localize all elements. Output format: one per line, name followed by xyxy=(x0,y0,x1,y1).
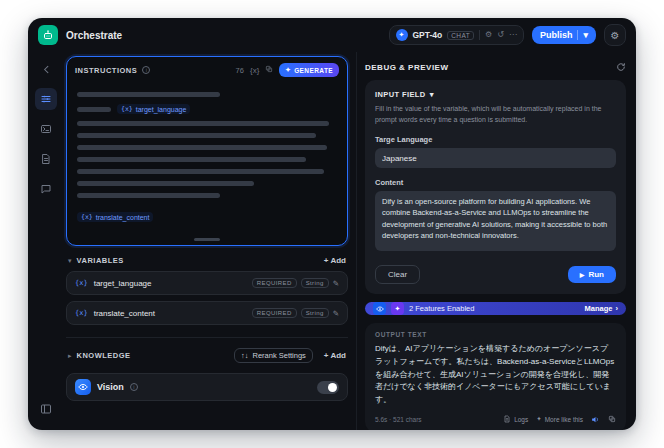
sparkle-icon: ✦ xyxy=(536,415,541,423)
sidebar-item-logs[interactable] xyxy=(35,148,57,170)
toggle-knob xyxy=(328,383,337,392)
variables-title: VARIABLES xyxy=(77,256,124,265)
variable-token-translate-content[interactable]: {x} translate_content xyxy=(77,212,153,222)
speaker-icon[interactable] xyxy=(591,415,600,424)
model-selector[interactable]: ✦ GPT-4o CHAT ⚙ ↺ ⋯ xyxy=(389,25,524,45)
sidebar-item-orchestrate[interactable] xyxy=(35,88,57,110)
features-enabled-text: 2 Features Enabled xyxy=(409,304,474,313)
clear-button[interactable]: Clear xyxy=(375,265,420,284)
left-icon-rail xyxy=(28,52,64,430)
sidebar-item-annotations[interactable] xyxy=(35,178,57,200)
input-field-description: Fill in the value of the variable, which… xyxy=(375,104,616,125)
vision-label: Vision xyxy=(97,382,124,392)
instructions-panel[interactable]: INSTRUCTIONS i 76 {x} ✦ GENERATE xyxy=(66,56,348,246)
add-variable-button[interactable]: + Add xyxy=(324,256,346,265)
copy-icon[interactable] xyxy=(265,65,273,75)
instructions-header: INSTRUCTIONS i 76 {x} ✦ GENERATE xyxy=(67,57,347,80)
insert-variable-icon[interactable]: {x} xyxy=(250,66,259,75)
resize-handle[interactable] xyxy=(194,238,220,241)
content-area: INSTRUCTIONS i 76 {x} ✦ GENERATE xyxy=(28,52,636,430)
more-icon[interactable]: ⋯ xyxy=(509,31,517,39)
variable-icon: {x} xyxy=(75,309,88,317)
publish-label: Publish xyxy=(540,30,573,40)
generate-label: GENERATE xyxy=(294,67,333,74)
input-field-header[interactable]: INPUT FIELD ▾ xyxy=(375,90,616,99)
prompt-text-skeleton xyxy=(77,157,306,162)
rerank-icon: ↑↓ xyxy=(241,351,249,360)
add-knowledge-button[interactable]: + Add xyxy=(324,351,346,360)
variables-header: ▾ VARIABLES + Add xyxy=(66,256,348,265)
variable-name: translate_content xyxy=(94,309,155,318)
chevron-right-icon[interactable]: ▸ xyxy=(68,352,72,360)
target-language-label: Targe Language xyxy=(375,135,616,144)
output-footer: 5.6s · 521 chars Logs ✦ More like this xyxy=(375,415,616,424)
model-name: GPT-4o xyxy=(413,30,443,40)
chevron-down-icon: ▾ xyxy=(430,90,434,99)
app-settings-button[interactable]: ⚙ xyxy=(604,24,626,46)
generate-button[interactable]: ✦ GENERATE xyxy=(279,63,339,77)
model-settings-icon[interactable]: ⚙ xyxy=(485,31,492,39)
target-language-input[interactable] xyxy=(375,148,616,168)
variable-token-target-language[interactable]: {x} target_language xyxy=(117,104,190,114)
variable-icon: {x} xyxy=(81,213,93,221)
divider xyxy=(479,30,480,40)
app-window: Orchestrate ✦ GPT-4o CHAT ⚙ ↺ ⋯ Publish … xyxy=(28,18,636,430)
more-like-this-button[interactable]: ✦ More like this xyxy=(536,415,583,423)
prompt-text-skeleton xyxy=(77,107,111,112)
knowledge-title: KNOWLEDGE xyxy=(77,351,131,360)
variable-token-label: translate_content xyxy=(96,214,150,221)
output-text: Difyは、AIアプリケーションを構築するためのオープンソースプラットフォームで… xyxy=(375,343,616,407)
edit-icon[interactable]: ✎ xyxy=(333,279,339,288)
type-badge[interactable]: String xyxy=(301,308,329,318)
info-icon: i xyxy=(142,66,150,74)
chevron-down-icon: ▾ xyxy=(583,30,588,40)
prompt-text-skeleton xyxy=(77,193,220,198)
manage-features-button[interactable]: Manage › xyxy=(585,304,618,313)
model-mode-badge: CHAT xyxy=(447,31,474,40)
char-count: 76 xyxy=(236,66,244,75)
sparkle-feature-icon: ✦ xyxy=(391,302,404,315)
knowledge-header: ▸ KNOWLEDGE ↑↓ Rerank Settings + Add xyxy=(66,348,348,363)
required-badge: REQUIRED xyxy=(252,278,297,288)
prompt-text-skeleton xyxy=(77,121,329,126)
history-icon[interactable]: ↺ xyxy=(497,31,504,39)
logs-label: Logs xyxy=(514,416,528,423)
chevron-down-icon[interactable]: ▾ xyxy=(68,257,72,265)
back-icon[interactable] xyxy=(35,58,57,80)
type-badge[interactable]: String xyxy=(301,278,329,288)
logs-button[interactable]: Logs xyxy=(503,415,528,423)
orchestrate-column: INSTRUCTIONS i 76 {x} ✦ GENERATE xyxy=(64,52,356,430)
run-label: Run xyxy=(588,270,604,279)
input-field-card: INPUT FIELD ▾ Fill in the value of the v… xyxy=(365,80,626,294)
variable-row-target-language[interactable]: {x} target_language REQUIRED String ✎ xyxy=(66,271,348,295)
output-title: OUTPUT TEXT xyxy=(375,331,616,338)
prompt-text-skeleton xyxy=(77,181,254,186)
refresh-icon[interactable] xyxy=(616,62,626,72)
output-text-card: OUTPUT TEXT Difyは、AIアプリケーションを構築するためのオープン… xyxy=(365,323,626,430)
edit-icon[interactable]: ✎ xyxy=(333,309,339,318)
sparkle-icon: ✦ xyxy=(285,66,291,74)
prompt-text-skeleton xyxy=(77,92,220,97)
app-logo-icon xyxy=(38,25,58,45)
manage-label: Manage xyxy=(585,304,613,313)
output-stats: 5.6s · 521 chars xyxy=(375,416,422,423)
publish-button[interactable]: Publish ▾ xyxy=(532,26,596,44)
variable-icon: {x} xyxy=(75,279,88,287)
instructions-title: INSTRUCTIONS xyxy=(75,66,137,75)
input-field-title: INPUT FIELD xyxy=(375,90,426,99)
input-field-footer: Clear ▶ Run xyxy=(375,265,616,284)
debug-header: DEBUG & PREVIEW xyxy=(365,62,626,72)
prompt-editor[interactable]: {x} target_language {x} translate xyxy=(67,80,347,245)
collapse-panel-icon[interactable] xyxy=(35,398,57,420)
copy-output-icon[interactable] xyxy=(608,415,616,423)
divider xyxy=(66,337,348,338)
content-textarea[interactable]: Dify is an open-source platform for buil… xyxy=(375,191,616,251)
run-button[interactable]: ▶ Run xyxy=(568,266,616,283)
vision-feature-icon xyxy=(373,302,386,315)
sidebar-item-api-access[interactable] xyxy=(35,118,57,140)
top-bar: Orchestrate ✦ GPT-4o CHAT ⚙ ↺ ⋯ Publish … xyxy=(28,18,636,52)
variable-row-translate-content[interactable]: {x} translate_content REQUIRED String ✎ xyxy=(66,301,348,325)
rerank-settings-button[interactable]: ↑↓ Rerank Settings xyxy=(234,348,313,363)
vision-toggle[interactable] xyxy=(317,381,339,394)
debug-title: DEBUG & PREVIEW xyxy=(365,63,449,72)
